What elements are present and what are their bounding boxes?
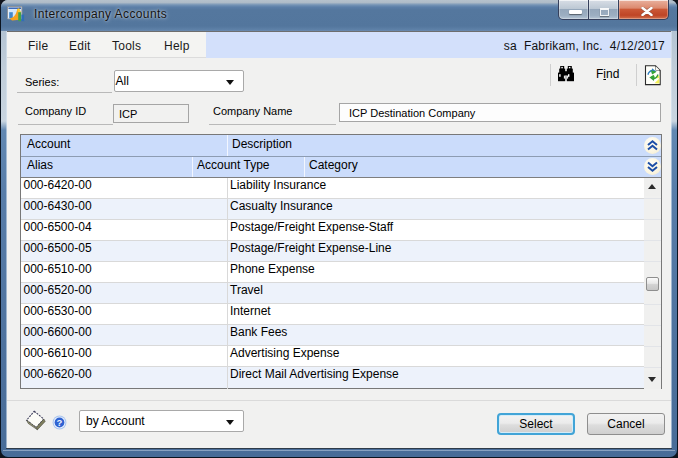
svg-text:?: ? [57, 417, 63, 428]
